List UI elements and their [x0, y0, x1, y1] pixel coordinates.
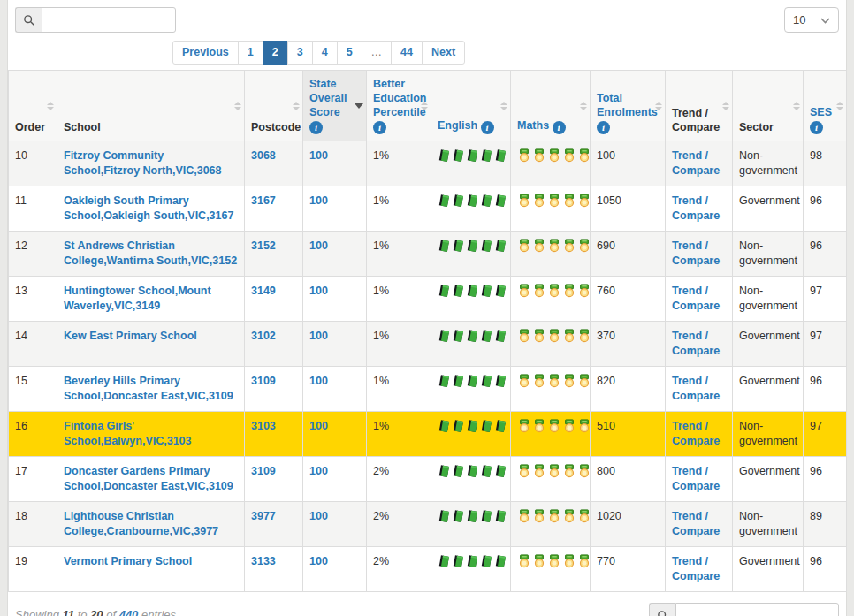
postcode-cell-link[interactable]: 3102 [251, 330, 276, 342]
postcode-cell: 3102 [245, 322, 303, 367]
postcode-cell: 3068 [245, 141, 303, 186]
trend-compare-cell-link[interactable]: Trend / Compare [672, 285, 720, 312]
column-header-trend-compare[interactable]: Trend / Compare [666, 71, 733, 141]
trend-compare-cell-link[interactable]: Trend / Compare [672, 420, 720, 447]
page-button-1[interactable]: 1 [238, 41, 263, 65]
score-cell-link[interactable]: 100 [309, 510, 328, 522]
bottom-search-input[interactable] [675, 603, 839, 616]
book-icon [494, 329, 507, 344]
chevron-down-icon [820, 13, 830, 27]
percentile-cell-text: 1% [373, 420, 389, 432]
score-cell: 100 [303, 367, 367, 412]
postcode-cell: 3167 [245, 186, 303, 232]
score-cell-link[interactable]: 100 [309, 194, 328, 207]
page-button-5[interactable]: 5 [337, 41, 362, 65]
page-button-2[interactable]: 2 [263, 41, 288, 65]
trend-compare-cell-link[interactable]: Trend / Compare [672, 330, 720, 357]
postcode-cell-link[interactable]: 3152 [251, 240, 276, 252]
column-header-better-education-percentile[interactable]: Better Education Percentilei [367, 71, 431, 141]
medal-icon [547, 284, 561, 298]
book-icon [480, 194, 493, 209]
score-cell-link[interactable]: 100 [309, 330, 328, 342]
score-cell-link[interactable]: 100 [309, 149, 328, 162]
postcode-cell-link[interactable]: 3068 [251, 149, 276, 162]
postcode-cell-link[interactable]: 3109 [251, 465, 276, 477]
percentile-cell: 1% [367, 412, 431, 457]
ses-cell: 98 [804, 141, 847, 186]
ses-cell: 96 [804, 547, 847, 592]
school-cell-link[interactable]: Oakleigh South Primary School,Oakleigh S… [64, 194, 233, 222]
maths-cell [511, 141, 591, 186]
medal-icon [547, 194, 561, 208]
table-row: 13Huntingtower School,Mount Waverley,VIC… [9, 277, 847, 322]
info-icon[interactable]: i [309, 121, 323, 134]
book-icon [452, 419, 465, 434]
next-page-button[interactable]: Next [422, 41, 465, 65]
trend-compare-cell-link[interactable]: Trend / Compare [672, 375, 720, 402]
score-cell-link[interactable]: 100 [309, 285, 328, 297]
score-cell-link[interactable]: 100 [309, 555, 328, 567]
trend-compare-cell-link[interactable]: Trend / Compare [672, 555, 720, 582]
column-header-order[interactable]: Order [9, 71, 57, 141]
column-header-postcode[interactable]: Postcode [245, 71, 303, 141]
page-length-select[interactable]: 10 [784, 7, 839, 33]
column-header-maths[interactable]: Maths i [511, 71, 591, 141]
column-header-english[interactable]: English i [431, 71, 511, 141]
score-cell-link[interactable]: 100 [309, 375, 328, 387]
column-header-total-enrolments[interactable]: Total Enrolmentsi [591, 71, 666, 141]
info-icon[interactable]: i [373, 121, 386, 134]
score-cell: 100 [303, 412, 367, 457]
trend-compare-cell-link[interactable]: Trend / Compare [672, 465, 720, 492]
book-icon [438, 148, 451, 164]
page-button-44[interactable]: 44 [391, 41, 423, 65]
postcode-cell-link[interactable]: 3133 [251, 555, 276, 567]
info-icon[interactable]: i [481, 121, 494, 134]
info-icon[interactable]: i [553, 121, 566, 134]
trend-compare-cell-link[interactable]: Trend / Compare [672, 510, 720, 537]
score-cell-link[interactable]: 100 [309, 240, 328, 252]
school-cell-link[interactable]: Huntingtower School,Mount Waverley,VIC,3… [64, 285, 211, 312]
school-cell-link[interactable]: Doncaster Gardens Primary School,Doncast… [64, 465, 233, 492]
column-label: Trend / Compare [672, 107, 720, 133]
column-header-school[interactable]: School [57, 71, 245, 141]
sector-cell: Non-government [733, 412, 804, 457]
ses-cell: 89 [804, 502, 847, 547]
english-cell [431, 502, 511, 547]
score-cell-link[interactable]: 100 [309, 465, 328, 477]
column-header-ses[interactable]: SESi [804, 71, 847, 141]
info-icon[interactable]: i [810, 121, 823, 134]
postcode-cell-link[interactable]: 3167 [251, 194, 276, 207]
school-cell-link[interactable]: Beverley Hills Primary School,Doncaster … [64, 375, 233, 402]
school-cell-link[interactable]: Lighthouse Christian College,Cranbourne,… [64, 510, 218, 537]
trend-compare-cell-link[interactable]: Trend / Compare [672, 149, 720, 177]
column-header-sector[interactable]: Sector [733, 71, 804, 141]
school-cell-link[interactable]: Fitzroy Community School,Fitzroy North,V… [64, 149, 222, 177]
score-cell-link[interactable]: 100 [309, 420, 328, 432]
school-cell-link[interactable]: Fintona Girls' School,Balwyn,VIC,3103 [64, 420, 192, 447]
previous-page-button[interactable]: Previous [172, 41, 239, 65]
trend-compare-cell-link[interactable]: Trend / Compare [672, 194, 720, 222]
postcode-cell-link[interactable]: 3977 [251, 510, 276, 522]
school-cell-link[interactable]: St Andrews Christian College,Wantirna So… [64, 240, 237, 267]
postcode-cell-link[interactable]: 3109 [251, 375, 276, 387]
score-cell: 100 [303, 502, 367, 547]
trend-compare-cell: Trend / Compare [666, 367, 733, 412]
trend-compare-cell: Trend / Compare [666, 457, 733, 502]
medal-icon [532, 419, 546, 433]
english-cell-rating [438, 419, 504, 434]
trend-compare-cell-link[interactable]: Trend / Compare [672, 240, 720, 267]
school-cell-link[interactable]: Kew East Primary School [64, 330, 197, 342]
medal-icon [517, 509, 531, 523]
page-button-3[interactable]: 3 [287, 41, 313, 65]
top-search-input[interactable] [42, 7, 176, 33]
column-header-state-overall-score[interactable]: State Overall Scorei [303, 71, 367, 141]
medal-icon [562, 374, 576, 388]
order-cell: 13 [9, 277, 57, 322]
postcode-cell-link[interactable]: 3103 [251, 420, 276, 432]
postcode-cell-link[interactable]: 3149 [251, 285, 276, 297]
sector-cell: Non-government [733, 277, 804, 322]
info-icon[interactable]: i [597, 121, 610, 134]
school-cell-link[interactable]: Vermont Primary School [64, 555, 192, 567]
page-button-4[interactable]: 4 [312, 41, 338, 65]
book-icon [480, 148, 493, 164]
